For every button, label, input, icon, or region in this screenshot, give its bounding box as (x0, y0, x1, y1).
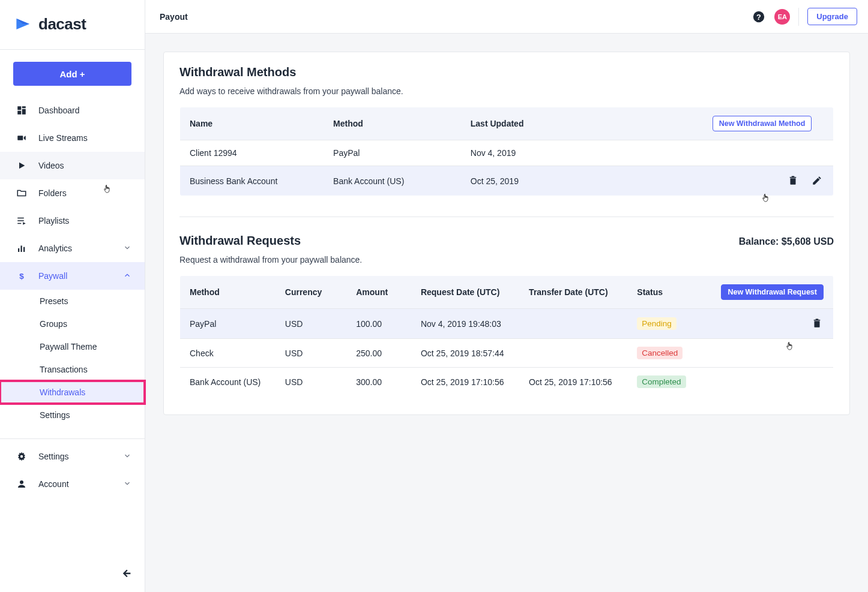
col-transfer-date: Transfer Date (UTC) (519, 276, 627, 309)
cell-currency: USD (276, 309, 346, 339)
nav-label: Settings (38, 452, 69, 461)
user-icon (16, 478, 28, 490)
camera-icon (16, 132, 28, 144)
cell-method: Check (180, 339, 276, 368)
add-button[interactable]: Add + (13, 62, 131, 86)
svg-text:?: ? (756, 12, 761, 21)
nav-label: Playlists (38, 216, 69, 226)
upgrade-button[interactable]: Upgrade (807, 8, 857, 25)
cell-transfer-date (519, 339, 627, 368)
play-icon (16, 160, 28, 172)
divider (798, 8, 799, 26)
subnav-settings[interactable]: Settings (0, 404, 145, 426)
requests-title: Withdrawal Requests (179, 234, 301, 248)
cell-request-date: Oct 25, 2019 17:10:56 (411, 368, 519, 396)
subnav-withdrawals[interactable]: Withdrawals (0, 381, 145, 404)
cell-name: Business Bank Account (180, 166, 324, 196)
col-updated: Last Updated (461, 107, 703, 140)
help-icon[interactable]: ? (752, 10, 766, 24)
methods-table: Name Method Last Updated New Withdrawal … (179, 107, 834, 196)
brand-mark-icon (13, 13, 35, 35)
divider (0, 49, 145, 50)
subnav-presets[interactable]: Presets (0, 290, 145, 312)
svg-rect-1 (22, 106, 26, 108)
svg-point-14 (20, 480, 23, 484)
svg-rect-4 (17, 136, 23, 140)
methods-title: Withdrawal Methods (179, 65, 834, 79)
balance-label: Balance: $5,608 USD (739, 236, 834, 247)
logo: dacast (0, 0, 145, 46)
page-title: Payout (160, 12, 188, 22)
methods-subtitle: Add ways to receive withdrawals from you… (179, 86, 834, 96)
edit-icon[interactable] (810, 174, 824, 187)
svg-rect-8 (18, 248, 19, 252)
col-currency: Currency (276, 276, 346, 309)
cell-currency: USD (276, 368, 346, 396)
payout-card: Withdrawal Methods Add ways to receive w… (163, 52, 850, 415)
cell-amount: 250.00 (346, 339, 411, 368)
cell-method: Bank Account (US) (324, 166, 461, 196)
col-name: Name (180, 107, 324, 140)
gear-icon (16, 450, 28, 462)
nav-account[interactable]: Account (0, 470, 145, 498)
col-method: Method (324, 107, 461, 140)
chevron-up-icon (123, 271, 131, 281)
col-request-date: Request Date (UTC) (411, 276, 519, 309)
svg-rect-20 (816, 319, 819, 320)
svg-rect-6 (17, 220, 24, 221)
collapse-sidebar-icon[interactable] (119, 567, 134, 581)
svg-text:$: $ (19, 272, 24, 281)
nav-dashboard[interactable]: Dashboard (0, 97, 145, 124)
dashboard-icon (16, 104, 28, 116)
subnav-transactions[interactable]: Transactions (0, 358, 145, 381)
subnav-groups[interactable]: Groups (0, 312, 145, 335)
delete-icon[interactable] (810, 317, 824, 330)
cell-name: Client 12994 (180, 140, 324, 166)
delete-icon[interactable] (786, 174, 800, 187)
brand-name: dacast (38, 15, 86, 34)
cell-transfer-date: Oct 25, 2019 17:10:56 (519, 368, 627, 396)
cell-method: PayPal (180, 309, 276, 339)
nav-label: Live Streams (38, 133, 88, 143)
nav-analytics[interactable]: Analytics (0, 235, 145, 262)
user-avatar[interactable]: EA (774, 9, 790, 25)
paywall-subnav: Presets Groups Paywall Theme Transaction… (0, 290, 145, 426)
chevron-down-icon (123, 452, 131, 462)
svg-rect-18 (792, 176, 795, 178)
chevron-down-icon (123, 244, 131, 254)
subnav-theme[interactable]: Paywall Theme (0, 335, 145, 358)
sidebar: dacast Add + Dashboard Live Streams (0, 0, 145, 592)
nav-label: Dashboard (38, 106, 80, 115)
col-method: Method (180, 276, 276, 309)
svg-rect-2 (22, 109, 26, 115)
nav-live-streams[interactable]: Live Streams (0, 124, 145, 152)
svg-rect-9 (21, 246, 22, 253)
cell-transfer-date (519, 309, 627, 339)
nav-paywall[interactable]: $ Paywall (0, 262, 145, 290)
analytics-icon (16, 242, 28, 254)
dollar-icon: $ (16, 270, 28, 282)
nav-label: Folders (38, 188, 67, 198)
cell-updated: Nov 4, 2019 (461, 140, 703, 166)
playlist-icon (16, 215, 28, 227)
folder-icon (16, 187, 28, 199)
status-badge: Completed (637, 375, 686, 388)
nav-playlists[interactable]: Playlists (0, 207, 145, 235)
cell-request-date: Oct 25, 2019 18:57:44 (411, 339, 519, 368)
new-withdrawal-request-button[interactable]: New Withdrawal Request (721, 284, 824, 300)
cell-updated: Oct 25, 2019 (461, 166, 703, 196)
nav-videos[interactable]: Videos (0, 152, 145, 179)
nav-folders[interactable]: Folders (0, 179, 145, 207)
requests-row: Check USD 250.00 Oct 25, 2019 18:57:44 C… (180, 339, 834, 368)
cell-currency: USD (276, 339, 346, 368)
col-status: Status (627, 276, 711, 309)
svg-rect-0 (17, 106, 21, 110)
new-withdrawal-method-button[interactable]: New Withdrawal Method (713, 116, 812, 131)
nav-settings[interactable]: Settings (0, 443, 145, 470)
cell-method: Bank Account (US) (180, 368, 276, 396)
svg-rect-10 (23, 247, 25, 252)
requests-row: Bank Account (US) USD 300.00 Oct 25, 201… (180, 368, 834, 396)
nav-label: Analytics (38, 244, 72, 253)
requests-subtitle: Request a withdrawal from your paywall b… (179, 255, 834, 265)
status-badge: Pending (637, 317, 677, 330)
